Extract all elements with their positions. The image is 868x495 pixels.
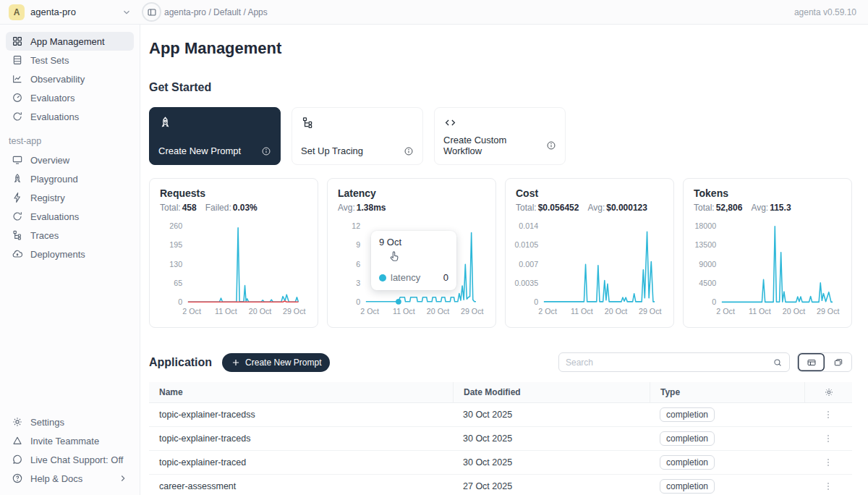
breadcrumb[interactable]: agenta-pro / Default / Apps bbox=[164, 7, 268, 17]
sidebar-item-evaluators[interactable]: Evaluators bbox=[6, 88, 134, 107]
card-label: Set Up Tracing bbox=[301, 145, 363, 156]
table-view-button[interactable] bbox=[798, 353, 825, 371]
chat-icon bbox=[12, 454, 23, 465]
sidebar-item-label: Evaluators bbox=[30, 93, 75, 103]
table-row[interactable]: topic-explainer-traceds 30 Oct 2025 comp… bbox=[149, 427, 852, 451]
card-view-button[interactable] bbox=[825, 353, 851, 371]
tooltip-series: latency bbox=[391, 272, 420, 283]
metrics-cards: Requests Total:458 Failed:0.03% 26019513… bbox=[149, 178, 852, 328]
sidebar-item-label: Deployments bbox=[30, 249, 85, 260]
svg-text:0: 0 bbox=[178, 297, 182, 306]
create-new-prompt-card[interactable]: Create New Prompt bbox=[149, 107, 281, 165]
svg-text:6: 6 bbox=[356, 260, 360, 268]
svg-text:20 Oct: 20 Oct bbox=[249, 307, 271, 316]
svg-text:13500: 13500 bbox=[694, 240, 716, 249]
latency-card: Latency Avg:1.38ms 1296302 Oct11 Oct20 O… bbox=[327, 178, 496, 328]
sidebar-item-invite-teammate[interactable]: Invite Teammate bbox=[6, 431, 134, 450]
app-name: topic-explainer-traceds bbox=[149, 433, 453, 444]
app-date: 30 Oct 2025 bbox=[453, 457, 650, 468]
header-name[interactable]: Name bbox=[149, 382, 453, 402]
table-row[interactable]: topic-explainer-tracedss 30 Oct 2025 com… bbox=[149, 403, 852, 427]
page-title: App Management bbox=[149, 39, 852, 58]
svg-text:11 Oct: 11 Oct bbox=[749, 307, 771, 316]
monitor-icon bbox=[12, 154, 23, 166]
svg-text:20 Oct: 20 Oct bbox=[605, 307, 627, 316]
svg-text:195: 195 bbox=[169, 240, 182, 249]
create-custom-workflow-card[interactable]: Create Custom Workflow bbox=[434, 107, 566, 165]
table-row[interactable]: topic-explainer-traced 30 Oct 2025 compl… bbox=[149, 451, 852, 475]
sidebar-item-label: Registry bbox=[30, 192, 65, 203]
row-menu-button[interactable] bbox=[804, 457, 852, 468]
sidebar-item-evaluations[interactable]: Evaluations bbox=[6, 107, 134, 126]
chart-title: Tokens bbox=[694, 187, 841, 199]
sidebar-item-traces[interactable]: Traces bbox=[6, 226, 134, 245]
column-settings-button[interactable] bbox=[804, 382, 852, 402]
sidebar-item-help-docs[interactable]: Help & Docs bbox=[6, 469, 134, 488]
tooltip-value: 0 bbox=[443, 272, 448, 283]
sidebar-item-label: Invite Teammate bbox=[30, 436, 99, 447]
sidebar-item-observability[interactable]: Observability bbox=[6, 69, 134, 88]
svg-text:0.014: 0.014 bbox=[519, 221, 538, 230]
sidebar-item-label: Playground bbox=[30, 174, 78, 185]
search-icon[interactable] bbox=[773, 358, 783, 368]
tokens-chart[interactable]: 18000135009000450002 Oct11 Oct20 Oct29 O… bbox=[694, 219, 841, 320]
stat-avg: Avg:115.3 bbox=[751, 203, 791, 213]
svg-text:29 Oct: 29 Oct bbox=[461, 307, 483, 316]
row-menu-button[interactable] bbox=[804, 410, 852, 420]
workspace-name: agenta-pro bbox=[30, 7, 76, 17]
sidebar-item-deployments[interactable]: Deployments bbox=[6, 245, 134, 263]
row-menu-button[interactable] bbox=[804, 481, 852, 491]
svg-text:2 Oct: 2 Oct bbox=[360, 307, 379, 316]
sidebar-item-registry[interactable]: Registry bbox=[6, 188, 134, 207]
tree-icon bbox=[12, 229, 23, 241]
stat-avg: Avg:1.38ms bbox=[338, 203, 386, 213]
sidebar-item-app-management[interactable]: App Management bbox=[6, 32, 134, 51]
svg-text:65: 65 bbox=[174, 279, 182, 287]
search-box bbox=[558, 352, 790, 372]
tokens-card: Tokens Total:52,806 Avg:115.3 1800013500… bbox=[683, 178, 852, 328]
info-icon[interactable] bbox=[546, 140, 556, 151]
refresh-icon bbox=[12, 211, 23, 222]
table-row[interactable]: career-assessment 27 Oct 2025 completion bbox=[149, 475, 852, 495]
stat-avg: Avg:$0.000123 bbox=[587, 203, 647, 213]
type-badge: completion bbox=[660, 407, 715, 422]
table-header: Name Date Modified Type bbox=[149, 382, 852, 403]
set-up-tracing-card[interactable]: Set Up Tracing bbox=[292, 107, 423, 165]
svg-text:2 Oct: 2 Oct bbox=[538, 307, 557, 316]
info-icon[interactable] bbox=[261, 146, 271, 156]
app-name: career-assessment bbox=[149, 481, 453, 491]
sidebar-item-settings[interactable]: Settings bbox=[6, 412, 134, 431]
sidebar-item-label: Settings bbox=[30, 417, 64, 428]
sidebar-item-app-evaluations[interactable]: Evaluations bbox=[6, 207, 134, 226]
row-menu-button[interactable] bbox=[804, 433, 852, 444]
svg-text:11 Oct: 11 Oct bbox=[571, 307, 593, 316]
stat-total: Total:458 bbox=[160, 203, 197, 213]
chevron-right-icon bbox=[118, 473, 128, 483]
header-type[interactable]: Type bbox=[650, 382, 804, 402]
type-badge: completion bbox=[660, 455, 715, 470]
info-icon[interactable] bbox=[404, 146, 414, 156]
sidebar-item-live-chat[interactable]: Live Chat Support: Off bbox=[6, 450, 134, 469]
get-started-title: Get Started bbox=[149, 81, 852, 94]
search-input[interactable] bbox=[566, 358, 768, 368]
chart-title: Requests bbox=[160, 187, 307, 199]
sidebar-item-overview[interactable]: Overview bbox=[6, 151, 134, 169]
sidebar-item-label: Observability bbox=[30, 74, 85, 85]
chart-title: Latency bbox=[338, 187, 485, 199]
sidebar-toggle-button[interactable] bbox=[142, 2, 161, 22]
app-name: topic-explainer-traced bbox=[149, 457, 453, 468]
header-date-modified[interactable]: Date Modified bbox=[453, 382, 650, 402]
svg-text:9: 9 bbox=[356, 240, 360, 249]
requests-chart[interactable]: 2601951306502 Oct11 Oct20 Oct29 Oct bbox=[160, 219, 307, 320]
svg-text:11 Oct: 11 Oct bbox=[215, 307, 237, 316]
workspace-selector[interactable]: A agenta-pro bbox=[0, 4, 140, 20]
create-new-prompt-button[interactable]: Create New Prompt bbox=[222, 353, 330, 372]
requests-card: Requests Total:458 Failed:0.03% 26019513… bbox=[149, 178, 318, 328]
svg-text:0.0105: 0.0105 bbox=[514, 240, 538, 249]
chevron-down-icon bbox=[122, 7, 132, 17]
sidebar-item-playground[interactable]: Playground bbox=[6, 169, 134, 188]
cost-chart[interactable]: 0.0140.01050.0070.003502 Oct11 Oct20 Oct… bbox=[516, 219, 663, 320]
plus-icon bbox=[231, 358, 241, 368]
sidebar-item-test-sets[interactable]: Test Sets bbox=[6, 51, 134, 69]
test-sets-icon bbox=[12, 54, 23, 66]
